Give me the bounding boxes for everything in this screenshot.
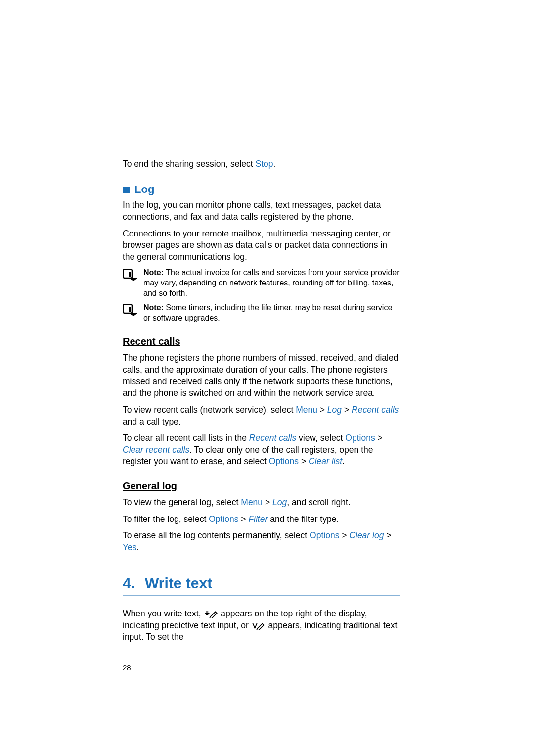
log-p2: Connections to your remote mailbox, mult… (123, 228, 400, 263)
clear-recent-calls-link: Clear recent calls (123, 445, 189, 455)
svg-rect-1 (129, 272, 131, 277)
note-label: Note: (143, 268, 166, 277)
filter-link: Filter (248, 514, 267, 524)
recent-calls-link: Recent calls (352, 405, 399, 415)
sep: > (299, 456, 309, 466)
write-text-p1: When you write text, appears on the top … (123, 608, 400, 643)
text: When you write text, (123, 609, 203, 618)
text: , and scroll right. (287, 497, 350, 507)
yes-link: Yes (123, 542, 137, 552)
stop-link: Stop (256, 159, 273, 169)
text: To view the general log, select (123, 497, 241, 507)
text: . (342, 456, 345, 466)
note-row-1: Note: The actual invoice for calls and s… (123, 268, 400, 298)
chapter-title: Write text (145, 575, 212, 591)
general-log-heading: General log (123, 479, 400, 493)
options-link: Options (345, 433, 375, 443)
menu-link: Menu (241, 497, 263, 507)
note-icon (123, 304, 137, 320)
log-link: Log (272, 497, 287, 507)
note-text: Note: Some timers, including the life ti… (143, 303, 400, 324)
text: view, select (296, 433, 345, 443)
svg-rect-3 (129, 307, 131, 312)
note-body: The actual invoice for calls and service… (143, 268, 400, 297)
sep: > (375, 433, 383, 443)
log-heading: Log (123, 182, 400, 197)
svg-rect-0 (123, 269, 132, 278)
text: To erase all the log contents permanentl… (123, 530, 310, 540)
recent-p3: To clear all recent call lists in the Re… (123, 432, 400, 468)
sep: > (263, 497, 272, 507)
log-link: Log (327, 405, 342, 415)
options-link: Options (310, 530, 339, 540)
page-number: 28 (123, 663, 400, 673)
text: To end the sharing session, select (123, 159, 256, 169)
chapter-number: 4. (123, 575, 135, 591)
options-link: Options (269, 456, 299, 466)
square-bullet-icon (123, 187, 130, 193)
text: . (273, 159, 276, 169)
recent-p2: To view recent calls (network service), … (123, 404, 400, 427)
traditional-input-icon (251, 621, 266, 630)
text: To view recent calls (network service), … (123, 405, 296, 415)
recent-p1: The phone registers the phone numbers of… (123, 352, 400, 399)
text: To clear all recent call lists in the (123, 433, 249, 443)
note-label: Note: (143, 303, 166, 312)
predictive-input-icon (203, 610, 218, 618)
general-p1: To view the general log, select Menu > L… (123, 497, 400, 509)
heading-text: Log (134, 183, 154, 195)
sep: > (342, 405, 352, 415)
log-p1: In the log, you can monitor phone calls,… (123, 199, 400, 223)
note-text: Note: The actual invoice for calls and s… (143, 268, 400, 298)
general-p3: To erase all the log contents permanentl… (123, 530, 400, 553)
note-body: Some timers, including the life timer, m… (143, 303, 392, 322)
recent-calls-heading: Recent calls (123, 335, 400, 348)
svg-rect-2 (123, 304, 132, 313)
sep: > (238, 514, 248, 524)
note-row-2: Note: Some timers, including the life ti… (123, 303, 400, 324)
recent-calls-link: Recent calls (249, 433, 296, 443)
text: and a call type. (123, 417, 181, 426)
sep: > (317, 405, 327, 415)
options-link: Options (209, 514, 238, 524)
menu-link: Menu (296, 405, 317, 415)
chapter-heading: 4.Write text (123, 573, 400, 597)
text: and the filter type. (267, 514, 339, 524)
text: To filter the log, select (123, 514, 209, 524)
general-p2: To filter the log, select Options > Filt… (123, 514, 400, 525)
clear-log-link: Clear log (349, 530, 384, 540)
end-sharing-line: To end the sharing session, select Stop. (123, 158, 400, 170)
text: . (137, 542, 139, 552)
note-icon (123, 269, 137, 285)
clear-list-link: Clear list (309, 456, 342, 466)
manual-page: To end the sharing session, select Stop.… (0, 0, 534, 722)
sep: > (339, 530, 349, 540)
sep: > (384, 530, 391, 540)
